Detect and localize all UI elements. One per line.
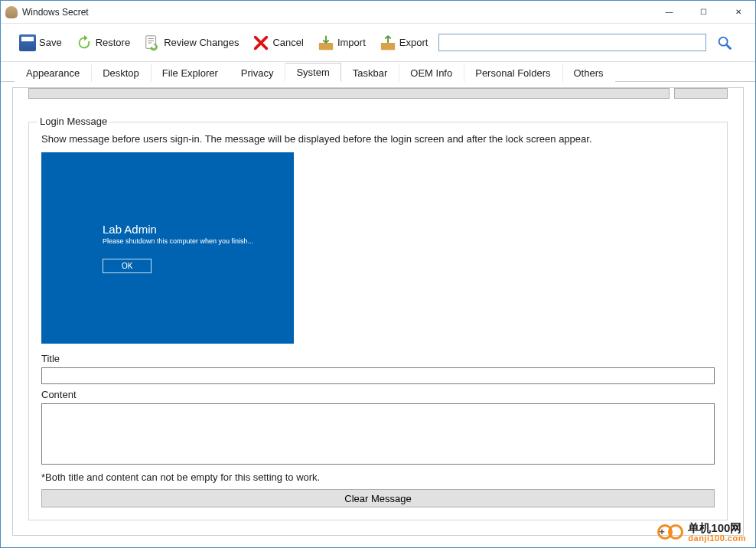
cancel-button[interactable]: Cancel — [249, 33, 306, 53]
import-icon — [318, 34, 334, 51]
group-description: Show message before users sign-in. The m… — [41, 133, 715, 145]
cancel-label: Cancel — [272, 37, 303, 48]
save-label: Save — [39, 37, 62, 48]
preview-ok-button: OK — [103, 259, 152, 273]
maximize-button[interactable]: ☐ — [686, 1, 721, 23]
title-input[interactable] — [41, 367, 715, 384]
minimize-button[interactable]: — — [652, 1, 686, 23]
import-button[interactable]: Import — [314, 33, 369, 53]
export-button[interactable]: Export — [376, 33, 432, 53]
content-input[interactable] — [41, 403, 715, 465]
tab-appearance[interactable]: Appearance — [15, 64, 91, 82]
svg-rect-0 — [146, 35, 156, 48]
tab-oem-info[interactable]: OEM Info — [399, 64, 464, 82]
export-label: Export — [399, 37, 429, 48]
preview-title: Lab Admin — [103, 223, 294, 236]
login-preview: Lab Admin Please shutdown this computer … — [41, 152, 294, 344]
content-label: Content — [41, 389, 715, 400]
export-icon — [380, 34, 396, 51]
tab-others[interactable]: Others — [562, 64, 615, 82]
restore-label: Restore — [96, 37, 131, 48]
tab-bar: Appearance Desktop File Explorer Privacy… — [1, 62, 755, 82]
review-label: Review Changes — [164, 37, 239, 48]
note-text: *Both title and content can not be empty… — [41, 471, 715, 483]
close-button[interactable]: ✕ — [721, 1, 755, 23]
search-button[interactable] — [714, 34, 735, 51]
save-icon — [19, 34, 36, 51]
app-icon — [5, 6, 18, 18]
restore-button[interactable]: Restore — [73, 33, 134, 53]
svg-rect-2 — [381, 43, 395, 50]
svg-point-3 — [719, 37, 728, 45]
preview-message: Please shutdown this computer when you f… — [103, 237, 294, 245]
tab-system[interactable]: System — [285, 63, 341, 82]
title-label: Title — [41, 353, 715, 364]
tab-personal-folders[interactable]: Personal Folders — [464, 64, 562, 82]
save-button[interactable]: Save — [16, 33, 65, 53]
group-legend: Login Message — [37, 116, 110, 127]
window-title: Windows Secret — [22, 7, 652, 18]
toolbar: Save Restore Review Changes Cancel Impor… — [1, 24, 755, 62]
search-input[interactable] — [438, 34, 706, 51]
review-icon — [144, 34, 161, 51]
title-bar: Windows Secret — ☐ ✕ — [1, 1, 755, 24]
cancel-icon — [253, 34, 269, 51]
clear-message-button[interactable]: Clear Message — [41, 489, 715, 507]
content-panel: Login Message Show message before users … — [12, 87, 744, 536]
restore-icon — [76, 34, 93, 51]
tab-desktop[interactable]: Desktop — [91, 64, 151, 82]
import-label: Import — [337, 37, 366, 48]
review-changes-button[interactable]: Review Changes — [141, 33, 242, 53]
svg-rect-1 — [319, 43, 333, 50]
tab-file-explorer[interactable]: File Explorer — [151, 64, 230, 82]
login-message-group: Login Message Show message before users … — [28, 122, 728, 520]
tab-privacy[interactable]: Privacy — [230, 64, 285, 82]
previous-group-bottom — [28, 88, 728, 99]
window-controls: — ☐ ✕ — [652, 1, 755, 23]
tab-taskbar[interactable]: Taskbar — [341, 64, 399, 82]
search-icon — [716, 34, 733, 51]
scroll-area[interactable]: Login Message Show message before users … — [13, 88, 743, 535]
